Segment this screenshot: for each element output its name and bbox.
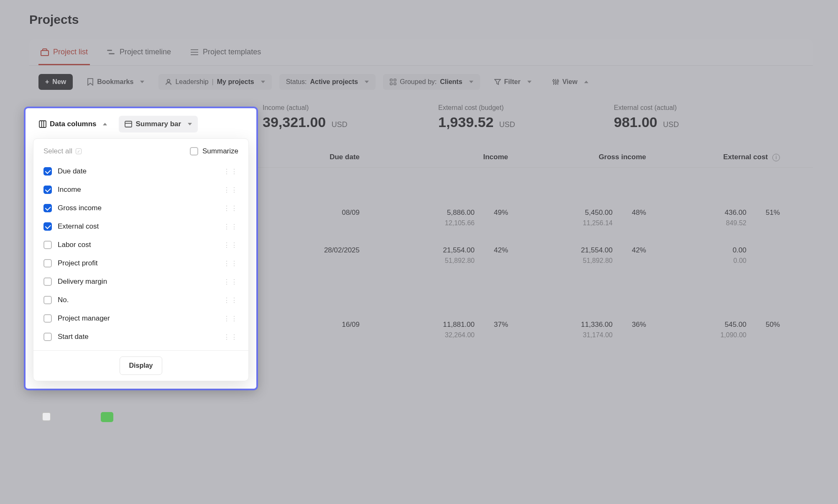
summary-income-actual: Income (actual) 39,321.00 USD — [263, 104, 438, 130]
svg-rect-20 — [125, 121, 132, 127]
column-option[interactable]: External cost⋮⋮ — [43, 217, 238, 236]
checkbox-icon[interactable] — [43, 277, 52, 286]
bookmarks-button[interactable]: Bookmarks — [80, 74, 151, 90]
person-icon — [165, 79, 172, 85]
tab-label: Project templates — [203, 48, 261, 56]
popover-tab-label: Data columns — [50, 120, 96, 128]
checkbox-icon[interactable] — [43, 296, 52, 304]
checkbox-icon[interactable] — [43, 333, 52, 341]
plus-icon: + — [45, 78, 49, 86]
summarize-label: Summarize — [202, 147, 238, 155]
column-option[interactable]: Project manager⋮⋮ — [43, 309, 238, 328]
column-option[interactable]: Labor cost⋮⋮ — [43, 236, 238, 254]
check-icon: ✓ — [76, 148, 82, 154]
bookmark-icon — [87, 78, 94, 86]
column-option[interactable]: Income⋮⋮ — [43, 181, 238, 199]
bookmarks-label: Bookmarks — [97, 78, 133, 86]
column-option[interactable]: No.⋮⋮ — [43, 291, 238, 309]
toolbar: + New Bookmarks Leadership | My projects… — [29, 66, 813, 98]
cell-due-date: 28/02/2025 — [272, 246, 360, 255]
column-option[interactable]: Project profit⋮⋮ — [43, 254, 238, 272]
cell-income-secondary: 51,892.80 — [372, 257, 475, 265]
info-icon[interactable]: i — [772, 154, 780, 161]
svg-point-6 — [167, 79, 170, 82]
drag-handle-icon[interactable]: ⋮⋮ — [223, 260, 238, 267]
status-value: Active projects — [310, 78, 358, 86]
checkbox-icon[interactable] — [43, 204, 52, 212]
drag-handle-icon[interactable]: ⋮⋮ — [223, 296, 238, 304]
checkbox-icon[interactable] — [43, 241, 52, 249]
tab-project-list[interactable]: Project list — [38, 39, 90, 65]
summary-currency: USD — [332, 120, 347, 129]
cell-ext-pct: 51% — [751, 209, 780, 217]
cell-ext-secondary: 0.00 — [646, 257, 746, 265]
drag-handle-icon[interactable]: ⋮⋮ — [223, 315, 238, 323]
summary-external-actual: External cost (actual) 981.00 USD — [614, 104, 789, 130]
checkbox-icon[interactable] — [43, 259, 52, 267]
column-income[interactable]: Income — [372, 153, 508, 161]
drag-handle-icon[interactable]: ⋮⋮ — [223, 223, 238, 231]
cell-due-date: 08/09 — [272, 209, 360, 217]
timeline-icon — [107, 48, 115, 56]
option-label: Start date — [58, 333, 89, 341]
row-checkbox[interactable] — [42, 412, 51, 421]
new-button[interactable]: + New — [38, 74, 73, 90]
summary-currency: USD — [499, 120, 515, 129]
new-label: New — [52, 78, 66, 86]
column-option[interactable]: Due date⋮⋮ — [43, 162, 238, 181]
option-label: Due date — [58, 167, 87, 176]
column-option[interactable]: Gross income⋮⋮ — [43, 199, 238, 217]
group-chip[interactable]: Grouped by: Clients — [383, 74, 480, 90]
column-option[interactable]: Start date⋮⋮ — [43, 328, 238, 346]
option-label: External cost — [58, 222, 99, 231]
column-external-cost[interactable]: External cost i — [646, 153, 780, 161]
column-option[interactable]: Delivery margin⋮⋮ — [43, 272, 238, 291]
group-value: Clients — [440, 78, 462, 86]
option-label: Gross income — [58, 204, 102, 212]
popover-tab-summary-bar[interactable]: Summary bar — [119, 116, 198, 132]
select-all-toggle[interactable]: Select all ✓ — [43, 147, 82, 155]
view-button[interactable]: View — [546, 74, 595, 90]
svg-rect-9 — [390, 83, 392, 85]
cell-income-pct: 37% — [480, 321, 508, 329]
drag-handle-icon[interactable]: ⋮⋮ — [223, 204, 238, 212]
checkbox-icon[interactable] — [43, 222, 52, 231]
display-button[interactable]: Display — [120, 356, 163, 375]
drag-handle-icon[interactable]: ⋮⋮ — [223, 241, 238, 249]
tab-project-templates[interactable]: Project templates — [188, 39, 263, 65]
drag-handle-icon[interactable]: ⋮⋮ — [223, 278, 238, 286]
columns-icon — [39, 120, 46, 128]
checkbox-icon — [190, 147, 198, 155]
option-label: Project manager — [58, 314, 110, 323]
checkbox-icon[interactable] — [43, 167, 52, 176]
tab-project-timeline[interactable]: Project timeline — [105, 39, 173, 65]
filter-icon — [494, 79, 501, 85]
cell-ext-primary: 545.00 — [646, 321, 746, 329]
drag-handle-icon[interactable]: ⋮⋮ — [223, 186, 238, 194]
svg-rect-0 — [41, 51, 49, 56]
cell-income-primary: 11,881.00 — [372, 321, 475, 329]
summary-external-budget: External cost (budget) 1,939.52 USD — [438, 104, 614, 130]
filter-button[interactable]: Filter — [488, 74, 538, 90]
column-gross-income[interactable]: Gross income — [508, 153, 646, 161]
svg-rect-2 — [109, 53, 115, 54]
checkbox-icon[interactable] — [43, 314, 52, 323]
group-prefix: Grouped by: — [400, 78, 437, 86]
summary-currency: USD — [663, 120, 679, 129]
drag-handle-icon[interactable]: ⋮⋮ — [223, 333, 238, 341]
svg-point-16 — [557, 80, 559, 82]
scope-value: My projects — [217, 78, 254, 86]
status-chip[interactable]: Status: Active projects — [279, 74, 376, 90]
checkbox-icon[interactable] — [43, 186, 52, 194]
summary-label: External cost (budget) — [438, 104, 614, 112]
scope-prefix: Leadership — [175, 78, 208, 86]
tab-label: Project list — [53, 48, 88, 56]
summarize-toggle[interactable]: Summarize — [190, 147, 238, 155]
summary-value: 1,939.52 — [438, 114, 493, 130]
popover-tab-data-columns[interactable]: Data columns — [33, 116, 113, 132]
cell-income-pct: 49% — [480, 209, 508, 217]
tab-bar: Project list Project timeline Project te… — [29, 39, 813, 66]
scope-chip[interactable]: Leadership | My projects — [158, 74, 271, 90]
column-due-date[interactable]: Due date — [272, 153, 372, 161]
drag-handle-icon[interactable]: ⋮⋮ — [223, 168, 238, 176]
